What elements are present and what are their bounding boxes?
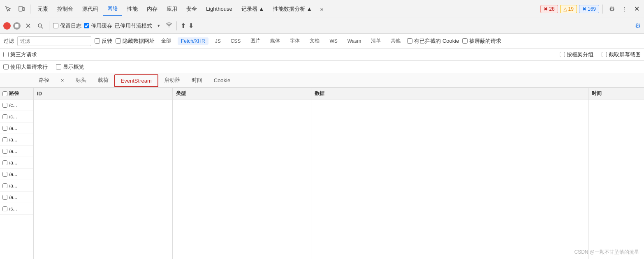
- row-checkbox[interactable]: [2, 103, 7, 108]
- svg-point-2: [38, 24, 42, 27]
- blocked-request-checkbox[interactable]: [462, 38, 468, 44]
- row-checkbox[interactable]: [2, 126, 7, 131]
- hide-data-url-label[interactable]: 隐藏数据网址: [116, 37, 155, 45]
- tab-sources[interactable]: 源代码: [78, 3, 102, 15]
- filter-other[interactable]: 其他: [387, 37, 404, 45]
- request-row[interactable]: /a...: [0, 180, 33, 192]
- row-checkbox[interactable]: [2, 195, 7, 200]
- upload-icon[interactable]: ⬆: [181, 22, 186, 30]
- filter-manifest[interactable]: 清单: [368, 37, 384, 45]
- network-settings-icon[interactable]: ⚙: [635, 22, 641, 30]
- data-column: 数据: [311, 88, 588, 259]
- request-row[interactable]: /a...: [0, 134, 33, 146]
- record-button[interactable]: [3, 22, 11, 30]
- screenshot-checkbox[interactable]: [602, 52, 607, 57]
- filter-ws[interactable]: WS: [326, 37, 341, 45]
- tab-path[interactable]: 路径: [33, 74, 55, 87]
- row-checkbox[interactable]: [2, 149, 7, 154]
- settings-button[interactable]: ⚙: [606, 3, 618, 15]
- error-badge[interactable]: ✖ 28: [540, 5, 558, 13]
- throttle-dropdown-button[interactable]: ▾: [155, 20, 163, 32]
- row-path: /a...: [9, 171, 17, 177]
- row-checkbox[interactable]: [2, 183, 7, 188]
- tab-headers[interactable]: 标头: [70, 74, 92, 87]
- tab-recorder[interactable]: 记录器 ▲: [237, 3, 268, 15]
- more-options-button[interactable]: ⋮: [620, 4, 630, 14]
- inspect-icon[interactable]: [2, 3, 14, 15]
- disable-cache-checkbox[interactable]: [84, 23, 89, 28]
- large-rows-label[interactable]: 使用大量请求行: [3, 63, 48, 71]
- preserve-log-label[interactable]: 保留日志: [53, 22, 81, 30]
- request-row[interactable]: /c...: [0, 99, 33, 111]
- filter-img[interactable]: 图片: [247, 37, 264, 45]
- request-row[interactable]: /a...: [0, 192, 33, 203]
- hide-data-url-checkbox[interactable]: [116, 38, 121, 44]
- tab-performance-insights[interactable]: 性能数据分析 ▲: [269, 3, 316, 15]
- row-checkbox[interactable]: [2, 137, 7, 142]
- tab-initiator[interactable]: 启动器: [158, 74, 186, 87]
- row-checkbox[interactable]: [2, 114, 7, 119]
- filter-doc[interactable]: 文档: [306, 37, 323, 45]
- blocked-request-label[interactable]: 被屏蔽的请求: [462, 37, 501, 45]
- download-icon[interactable]: ⬇: [188, 22, 194, 30]
- data-column-label: 数据: [315, 90, 324, 97]
- blocked-cookie-label[interactable]: 有已拦截的 Cookie: [407, 37, 459, 45]
- tab-performance[interactable]: 性能: [123, 3, 142, 15]
- request-row[interactable]: /a...: [0, 123, 33, 134]
- tab-elements[interactable]: 元素: [33, 3, 52, 15]
- third-party-label[interactable]: 第三方请求: [3, 51, 37, 58]
- filter-wasm[interactable]: Wasm: [344, 37, 365, 45]
- close-devtools-button[interactable]: ✕: [632, 4, 642, 14]
- tab-payload[interactable]: 载荷: [92, 74, 114, 87]
- large-rows-checkbox[interactable]: [3, 64, 9, 69]
- detail-tabs-bar: 路径 × 标头 载荷 EventStream 启动器 时间 Cookie: [0, 73, 644, 88]
- filter-all[interactable]: 全部: [158, 37, 174, 45]
- wifi-icon[interactable]: [165, 22, 173, 29]
- row-checkbox[interactable]: [2, 160, 7, 165]
- tab-console[interactable]: 控制台: [53, 3, 77, 15]
- blocked-cookie-checkbox[interactable]: [407, 38, 412, 44]
- tab-network[interactable]: 网络: [103, 2, 122, 16]
- preserve-log-checkbox[interactable]: [53, 23, 58, 28]
- stop-button[interactable]: [13, 22, 21, 30]
- third-party-checkbox[interactable]: [3, 52, 9, 57]
- filter-js[interactable]: JS: [212, 37, 224, 45]
- overview-label[interactable]: 显示概览: [56, 63, 84, 71]
- search-button[interactable]: [35, 21, 45, 31]
- request-row[interactable]: /s...: [0, 203, 33, 215]
- request-row[interactable]: /c...: [0, 111, 33, 123]
- tab-eventstream[interactable]: EventStream: [114, 74, 158, 87]
- tab-lighthouse[interactable]: Lighthouse: [202, 3, 236, 14]
- filter-css[interactable]: CSS: [227, 37, 244, 45]
- select-all-checkbox[interactable]: [2, 91, 7, 96]
- request-row[interactable]: /a...: [0, 146, 33, 157]
- request-row[interactable]: /a...: [0, 169, 33, 180]
- info-badge[interactable]: ✖ 169: [579, 5, 599, 13]
- tab-close-x[interactable]: ×: [55, 75, 70, 87]
- invert-filter-label[interactable]: 反转: [95, 37, 112, 45]
- row-checkbox[interactable]: [2, 172, 7, 177]
- filter-input[interactable]: [17, 36, 91, 46]
- request-row[interactable]: /a...: [0, 157, 33, 169]
- filter-font[interactable]: 字体: [287, 37, 303, 45]
- clear-button[interactable]: [23, 21, 33, 31]
- disable-cache-label[interactable]: 停用缓存: [84, 22, 112, 30]
- time-column: 时间: [588, 88, 644, 259]
- invert-filter-checkbox[interactable]: [95, 38, 100, 44]
- filter-media[interactable]: 媒体: [267, 37, 283, 45]
- tab-security[interactable]: 安全: [182, 3, 201, 15]
- more-tabs-button[interactable]: »: [317, 4, 327, 14]
- overview-checkbox[interactable]: [56, 64, 61, 69]
- tab-memory[interactable]: 内存: [143, 3, 162, 15]
- type-column: 类型: [173, 88, 312, 259]
- row-checkbox[interactable]: [2, 206, 7, 211]
- tab-application[interactable]: 应用: [162, 3, 181, 15]
- screenshot-label[interactable]: 截取屏幕截图: [602, 51, 641, 58]
- warning-badge[interactable]: △ 19: [560, 5, 577, 13]
- group-by-frame-checkbox[interactable]: [560, 52, 565, 57]
- tab-timing[interactable]: 时间: [186, 74, 208, 87]
- device-toolbar-icon[interactable]: [16, 3, 27, 15]
- tab-cookie[interactable]: Cookie: [208, 75, 236, 87]
- group-by-frame-label[interactable]: 按框架分组: [560, 51, 593, 58]
- filter-fetch-xhr[interactable]: Fetch/XHR: [178, 37, 208, 45]
